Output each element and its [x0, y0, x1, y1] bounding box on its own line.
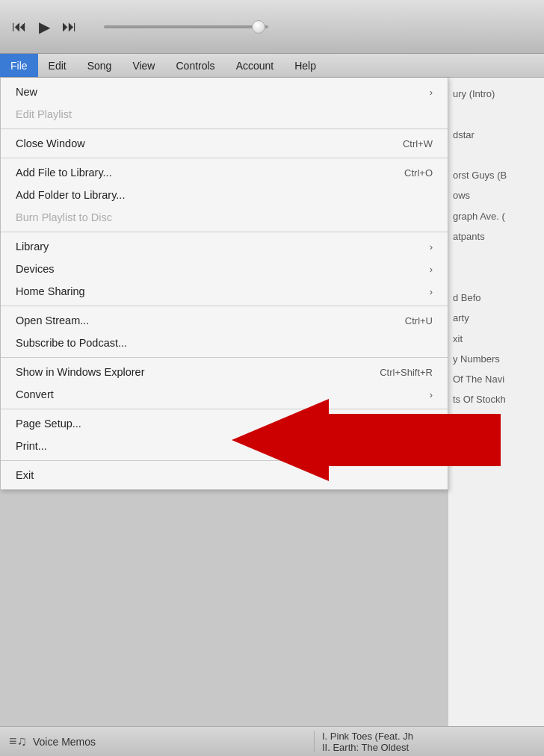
menu-section-7: Page Setup... Print... Ctrl+P [1, 409, 448, 461]
background-content: ury (Intro) dstar orst Guys (B ows graph… [448, 78, 544, 726]
file-dropdown-menu: New › Edit Playlist Close Window Ctrl+W … [0, 78, 448, 490]
bottom-left: ≡♫ Voice Memos [0, 734, 314, 749]
menu-item-new-arrow: › [430, 87, 433, 98]
menu-item-new-label: New [16, 86, 37, 98]
rewind-button[interactable]: ⏮ [12, 18, 27, 35]
menu-item-burn-playlist-label: Burn Playlist to Disc [16, 211, 112, 223]
menu-item-close-window[interactable]: Close Window Ctrl+W [1, 132, 448, 155]
menu-item-edit-playlist: Edit Playlist [1, 103, 448, 126]
menu-item-convert[interactable]: Convert › [1, 383, 448, 406]
menu-controls[interactable]: Controls [165, 54, 225, 77]
menu-item-home-sharing[interactable]: Home Sharing › [1, 280, 448, 303]
menu-item-home-sharing-arrow: › [430, 286, 433, 297]
menu-item-open-stream-label: Open Stream... [16, 315, 89, 326]
menu-item-subscribe-podcast[interactable]: Subscribe to Podcast... [1, 332, 448, 354]
menu-item-home-sharing-label: Home Sharing [16, 285, 85, 297]
volume-slider[interactable] [104, 25, 268, 28]
menu-item-exit-label: Exit [16, 469, 34, 481]
menu-item-show-explorer-shortcut: Ctrl+Shift+R [380, 367, 433, 378]
menu-section-5: Open Stream... Ctrl+U Subscribe to Podca… [1, 306, 448, 358]
menu-item-close-window-shortcut: Ctrl+W [403, 138, 433, 149]
voice-memos-icon: ≡♫ [9, 734, 27, 749]
menu-item-add-file[interactable]: Add File to Library... Ctrl+O [1, 161, 448, 184]
bottom-track-2: II. Earth: The Oldest [322, 742, 544, 753]
menu-section-2: Close Window Ctrl+W [1, 129, 448, 158]
menu-item-add-folder[interactable]: Add Folder to Library... [1, 184, 448, 206]
menu-item-devices-arrow: › [430, 264, 433, 275]
menu-item-page-setup-label: Page Setup... [16, 418, 81, 430]
menu-section-4: Library › Devices › Home Sharing › [1, 232, 448, 306]
menu-item-add-file-label: Add File to Library... [16, 167, 112, 179]
menu-item-devices-label: Devices [16, 263, 55, 275]
menu-account[interactable]: Account [226, 54, 285, 77]
menu-item-devices[interactable]: Devices › [1, 258, 448, 280]
menu-view[interactable]: View [122, 54, 165, 77]
menu-section-3: Add File to Library... Ctrl+O Add Folder… [1, 158, 448, 232]
menu-item-library[interactable]: Library › [1, 235, 448, 258]
menu-item-convert-label: Convert [16, 388, 54, 400]
menu-item-page-setup[interactable]: Page Setup... [1, 412, 448, 435]
menu-item-print-label: Print... [16, 440, 47, 452]
menu-item-print-shortcut: Ctrl+P [406, 441, 433, 452]
menu-section-1: New › Edit Playlist [1, 78, 448, 129]
menu-item-edit-playlist-label: Edit Playlist [16, 108, 72, 120]
bottom-track-1: I. Pink Toes (Feat. Jh [322, 731, 544, 742]
bg-text-lines: ury (Intro) dstar orst Guys (B ows graph… [448, 78, 544, 416]
menu-item-show-explorer[interactable]: Show in Windows Explorer Ctrl+Shift+R [1, 361, 448, 383]
menu-item-add-file-shortcut: Ctrl+O [404, 167, 433, 179]
menu-item-close-window-label: Close Window [16, 137, 85, 149]
menu-item-burn-playlist: Burn Playlist to Disc [1, 206, 448, 229]
menu-song[interactable]: Song [77, 54, 123, 77]
bottom-bar: ≡♫ Voice Memos I. Pink Toes (Feat. Jh II… [0, 726, 544, 756]
menu-item-open-stream-shortcut: Ctrl+U [405, 315, 433, 326]
menu-bar: File Edit Song View Controls Account Hel… [0, 54, 544, 78]
slider-thumb[interactable] [252, 20, 265, 34]
transport-bar: ⏮ ▶ ⏭ [0, 0, 544, 54]
menu-item-open-stream[interactable]: Open Stream... Ctrl+U [1, 309, 448, 332]
menu-item-convert-arrow: › [430, 389, 433, 400]
menu-item-subscribe-podcast-label: Subscribe to Podcast... [16, 337, 127, 349]
menu-file[interactable]: File [0, 54, 38, 77]
bottom-right: I. Pink Toes (Feat. Jh II. Earth: The Ol… [315, 731, 544, 753]
fastforward-button[interactable]: ⏭ [62, 18, 77, 35]
menu-item-print[interactable]: Print... Ctrl+P [1, 435, 448, 457]
menu-help[interactable]: Help [284, 54, 327, 77]
menu-section-8: Exit [1, 461, 448, 489]
menu-section-6: Show in Windows Explorer Ctrl+Shift+R Co… [1, 358, 448, 409]
menu-item-new[interactable]: New › [1, 81, 448, 103]
play-button[interactable]: ▶ [39, 18, 50, 36]
voice-memos-label[interactable]: Voice Memos [33, 736, 96, 748]
menu-item-show-explorer-label: Show in Windows Explorer [16, 366, 144, 378]
menu-item-exit[interactable]: Exit [1, 464, 448, 486]
menu-item-library-label: Library [16, 241, 49, 252]
menu-item-add-folder-label: Add Folder to Library... [16, 189, 125, 201]
menu-edit[interactable]: Edit [38, 54, 77, 77]
menu-item-library-arrow: › [430, 241, 433, 252]
main-area: ury (Intro) dstar orst Guys (B ows graph… [0, 78, 544, 726]
